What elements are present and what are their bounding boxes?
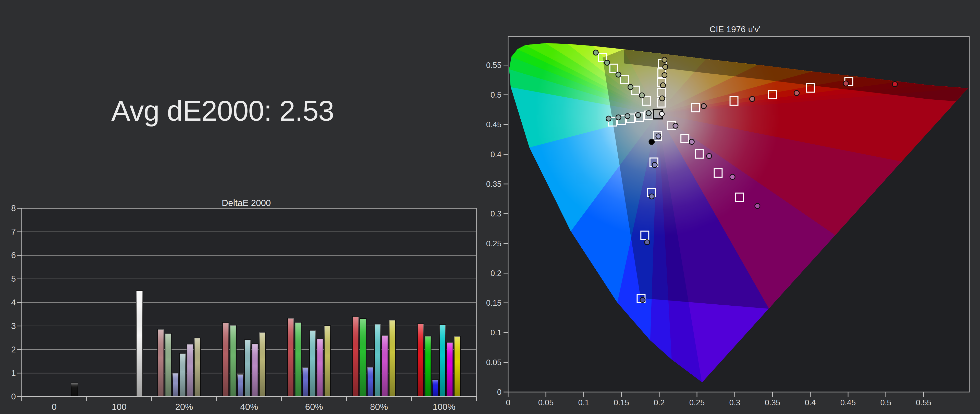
x-axis-tick-label: 0.5: [880, 398, 891, 407]
x-axis-tick-label: 0.4: [805, 398, 816, 407]
bar-shading: [230, 325, 236, 396]
y-axis-tick-label: 0.15: [486, 299, 501, 307]
cie-measured-point-blue: [640, 297, 645, 302]
cie-measured-point-red: [794, 91, 799, 96]
y-axis-tick-label: 3: [11, 321, 16, 331]
y-axis-tick-label: 8: [11, 203, 16, 213]
calibration-report: Avg dE2000: 2.53 DeltaE 2000 01234567801…: [0, 0, 980, 414]
bar-shading: [375, 324, 381, 396]
cie-measured-point-yellow: [662, 57, 667, 62]
x-axis-tick-label: 100: [112, 402, 127, 412]
bar-shading: [439, 325, 445, 396]
x-axis-tick-label: 80%: [370, 402, 388, 412]
cie-measured-point-green: [628, 85, 633, 90]
cie-measured-point-red: [843, 81, 848, 86]
x-axis-tick-label: 0: [506, 398, 510, 407]
bar-shading: [223, 323, 229, 396]
cie-measured-point-red: [749, 96, 755, 101]
cie-measured-point-cyan: [646, 111, 651, 116]
delta-e-bar-chart: DeltaE 2000 012345678010020%40%60%80%100…: [11, 198, 477, 412]
bar-shading: [447, 342, 453, 396]
cie-measured-point-green: [593, 50, 598, 55]
bar-shading: [360, 319, 366, 396]
cie-measured-point-magenta: [706, 153, 711, 159]
y-axis-tick-label: 6: [11, 251, 16, 260]
y-axis-tick-label: 7: [11, 227, 16, 237]
bar-shading: [71, 383, 78, 396]
y-axis-tick-label: 2: [11, 345, 16, 354]
y-axis-tick-label: 0.3: [490, 209, 501, 218]
bar-shading: [367, 367, 373, 396]
bar-shading: [245, 340, 251, 396]
cie-measured-point-yellow: [663, 64, 668, 70]
bar-shading: [432, 380, 438, 396]
cie-measured-point-cyan: [635, 112, 641, 118]
bar-chart-title: DeltaE 2000: [222, 198, 271, 208]
bar-shading: [382, 335, 388, 396]
bar-shading: [288, 318, 294, 396]
cie-measured-point-blue: [652, 162, 657, 167]
bar-shading: [389, 320, 395, 396]
cie-diagram-plot: 00.050.10.150.20.250.30.350.40.450.50.55…: [486, 0, 969, 407]
cie-measured-point-cyan: [606, 116, 611, 121]
x-axis-tick-label: 100%: [433, 402, 455, 412]
cie-measured-point-red: [892, 82, 897, 86]
bar-shading: [180, 353, 186, 396]
x-axis-tick-label: 20%: [175, 402, 193, 412]
y-axis-tick-label: 0.5: [490, 91, 501, 99]
bar-chart-plot: 012345678010020%40%60%80%100%: [11, 203, 477, 412]
charts-canvas: DeltaE 2000 012345678010020%40%60%80%100…: [0, 0, 980, 414]
cie-measured-point-blue: [649, 194, 654, 199]
y-axis-tick-label: 5: [11, 274, 16, 283]
bar-shading: [187, 344, 193, 396]
bar-shading: [310, 331, 316, 396]
bar-shading: [165, 334, 171, 396]
cie-measured-point-green: [639, 93, 644, 98]
bar-shading: [353, 316, 359, 396]
cie-measured-point-red: [701, 104, 706, 109]
y-axis-tick-label: 0.25: [486, 239, 501, 248]
y-axis-tick-label: 0: [11, 392, 16, 401]
y-axis-tick-label: 0: [497, 388, 501, 396]
bar-shading: [417, 324, 424, 396]
x-axis-tick-label: 60%: [305, 402, 323, 412]
cie-measured-point-magenta: [730, 174, 735, 179]
bar-shading: [194, 338, 200, 396]
x-axis-tick-label: 0.55: [916, 398, 931, 407]
bar-shading: [454, 336, 460, 396]
y-axis-tick-label: 0.35: [486, 180, 501, 189]
cie-measured-point-cyan: [625, 114, 630, 119]
x-axis-tick-label: 40%: [240, 402, 258, 412]
y-axis-tick-label: 0.1: [490, 328, 501, 337]
cie-measured-point-cyan: [616, 115, 621, 120]
cie-1976-diagram: CIE 1976 u'v' 00.050.10.150.20.250.30.35…: [486, 0, 969, 407]
y-axis-tick-label: 0.05: [486, 358, 501, 367]
y-axis-tick-label: 0.4: [490, 150, 501, 159]
y-axis-tick-label: 4: [11, 298, 16, 307]
cie-measured-point-magenta: [689, 139, 694, 144]
y-axis-tick-label: 0.55: [486, 61, 501, 70]
x-axis-tick-label: 0.1: [578, 398, 589, 407]
cie-measured-point-black: [649, 139, 654, 144]
cie-measured-point-magenta: [755, 203, 760, 209]
bar-shading: [158, 329, 164, 396]
cie-measured-point-blue: [656, 134, 661, 139]
cie-measured-point-green: [605, 60, 610, 65]
x-axis-tick-label: 0.45: [840, 398, 856, 407]
bar-shading: [295, 323, 301, 396]
y-axis-tick-label: 0.45: [486, 120, 501, 129]
bar-shading: [172, 373, 178, 396]
x-axis-tick-label: 0.05: [538, 398, 554, 407]
cie-chart-title: CIE 1976 u'v': [710, 24, 760, 34]
x-axis-tick-label: 0.35: [765, 398, 780, 407]
cie-measured-point-yellow: [660, 96, 665, 101]
cie-measured-point-green: [616, 72, 621, 77]
bar-shading: [252, 344, 258, 396]
bar-shading: [324, 326, 330, 396]
x-axis-tick-label: 0.15: [614, 398, 629, 407]
cie-measured-point-blue: [645, 240, 650, 245]
bar-shading: [136, 291, 143, 396]
x-axis-tick-label: 0.2: [654, 398, 665, 407]
y-axis-tick-label: 1: [11, 368, 16, 378]
cie-measured-point-white: [659, 112, 664, 116]
